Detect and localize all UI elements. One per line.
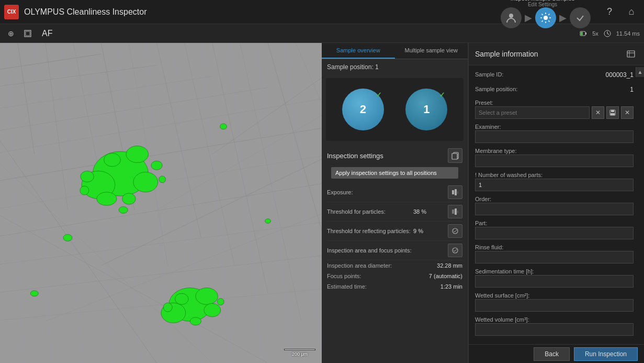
rinse-fluid-input[interactable] bbox=[475, 251, 634, 263]
svg-rect-78 bbox=[457, 191, 458, 194]
svg-point-68 bbox=[163, 303, 172, 312]
workflow-step-2[interactable] bbox=[535, 7, 556, 28]
svg-point-83 bbox=[453, 248, 458, 253]
zoom-in-button[interactable]: ⊕ bbox=[4, 27, 18, 40]
preset-save-button[interactable] bbox=[606, 106, 619, 119]
threshold-reflecting-button[interactable] bbox=[448, 224, 462, 238]
fit-view-button[interactable] bbox=[21, 27, 35, 40]
scroll-up-indicator[interactable]: ▲ bbox=[636, 67, 644, 77]
order-input[interactable] bbox=[475, 203, 634, 215]
svg-point-59 bbox=[81, 171, 94, 182]
sample-position-label: Sample position: bbox=[475, 86, 517, 92]
svg-point-73 bbox=[265, 219, 271, 224]
inspection-area-label: Inspection area and focus points: bbox=[327, 247, 413, 254]
back-button[interactable]: Back bbox=[534, 347, 570, 361]
wetted-volume-label: Wetted volume [cm³]: bbox=[475, 316, 529, 323]
exposure-settings-button[interactable] bbox=[448, 185, 462, 199]
svg-rect-89 bbox=[611, 113, 615, 115]
sample-circle-2[interactable]: 2 ✓ bbox=[342, 89, 384, 130]
preset-input[interactable] bbox=[475, 106, 590, 119]
svg-rect-79 bbox=[452, 210, 454, 214]
estimated-time-label: Estimated time: bbox=[327, 283, 440, 290]
svg-point-0 bbox=[509, 14, 513, 18]
preset-clear-button[interactable]: ✕ bbox=[592, 106, 604, 119]
workflow-steps: ▶ ▶ bbox=[501, 7, 591, 28]
battery-icon bbox=[580, 30, 587, 37]
sedimentation-label: Sedimentation time [h]: bbox=[475, 268, 534, 274]
svg-rect-5 bbox=[585, 32, 586, 35]
washed-parts-input[interactable] bbox=[475, 179, 634, 191]
workflow-step-3[interactable] bbox=[570, 7, 591, 28]
estimated-time-value: 1:23 min bbox=[440, 283, 462, 290]
sample-circle-1-wrapper: 1 ✓ bbox=[405, 89, 447, 130]
focus-points-row: Focus points: 7 (automatic) bbox=[327, 271, 462, 281]
help-button[interactable]: ? bbox=[601, 4, 618, 20]
part-input[interactable] bbox=[475, 227, 634, 239]
exposure-label: Exposure: bbox=[327, 189, 413, 195]
run-inspection-button[interactable]: Run Inspection bbox=[574, 347, 638, 361]
wetted-volume-input[interactable] bbox=[475, 323, 634, 336]
home-button[interactable]: ⌂ bbox=[623, 4, 640, 20]
clock-icon bbox=[604, 30, 611, 37]
focus-points-value: 7 (automatic) bbox=[429, 273, 462, 279]
sample-info-body: Sample ID: 000003_1 Sample position: 1 P… bbox=[469, 65, 644, 344]
order-label: Order: bbox=[475, 196, 491, 202]
threshold-reflecting-row: Threshold for reflecting particles: 9 % bbox=[327, 222, 462, 241]
microscope-image bbox=[0, 43, 322, 363]
preset-delete-button[interactable]: ✕ bbox=[621, 106, 634, 119]
af-mode-label: AF bbox=[42, 29, 52, 38]
export-info-button[interactable] bbox=[624, 47, 638, 61]
wetted-surface-input[interactable] bbox=[475, 299, 634, 312]
washed-parts-field: ! Number of washed parts: bbox=[475, 171, 634, 191]
rinse-fluid-label: Rinse fluid: bbox=[475, 244, 503, 250]
diameter-label: Inspection area diameter: bbox=[327, 262, 437, 269]
sedimentation-input[interactable] bbox=[475, 275, 634, 288]
wetted-surface-field: Wetted surface [cm²]: bbox=[475, 292, 634, 312]
wetted-volume-field: Wetted volume [cm³]: bbox=[475, 316, 634, 336]
copy-settings-button[interactable] bbox=[448, 148, 462, 163]
exposure-time: 11.54 ms bbox=[616, 30, 640, 37]
inspection-area-button[interactable] bbox=[448, 244, 462, 257]
membrane-type-input[interactable] bbox=[475, 155, 634, 167]
svg-point-55 bbox=[104, 153, 121, 167]
app-logo: CIX bbox=[4, 5, 19, 19]
workflow-step-1[interactable] bbox=[501, 7, 522, 28]
scale-bar: 200 μm bbox=[284, 349, 315, 357]
diameter-value: 32.28 mm bbox=[437, 262, 462, 269]
svg-point-74 bbox=[30, 291, 38, 296]
examiner-label: Examiner: bbox=[475, 124, 501, 130]
inspection-settings-header: Inspection settings bbox=[327, 148, 462, 163]
svg-point-56 bbox=[97, 192, 117, 206]
topbar: CIX OLYMPUS Cleanliness Inspector Inspec… bbox=[0, 0, 644, 24]
svg-rect-77 bbox=[455, 189, 457, 195]
threshold-particles-row: Threshold for particles: 38 % bbox=[327, 202, 462, 222]
sample-id-value: 000003_1 bbox=[606, 71, 634, 79]
sample-circle-1[interactable]: 1 ✓ bbox=[405, 89, 447, 130]
app-title: OLYMPUS Cleanliness Inspector bbox=[24, 7, 501, 17]
toolbar-tools: ⊕ AF bbox=[4, 27, 52, 40]
exposure-value: 5x bbox=[592, 30, 598, 37]
tab-multiple-sample[interactable]: Multiple sample view bbox=[395, 43, 468, 59]
svg-rect-6 bbox=[581, 32, 583, 35]
toolbar-right: 5x 11.54 ms bbox=[580, 30, 640, 37]
sample-position-value: 1 bbox=[630, 86, 634, 93]
sample-1-check: ✓ bbox=[439, 91, 445, 99]
svg-rect-80 bbox=[455, 208, 457, 215]
threshold-particles-button[interactable] bbox=[448, 205, 462, 218]
sample-tabs: Sample overview Multiple sample view bbox=[322, 43, 468, 59]
examiner-field: Examiner: bbox=[475, 123, 634, 143]
workflow-area: Inspect Multiple Samples Edit Settings ▶… bbox=[501, 0, 591, 28]
examiner-input[interactable] bbox=[475, 130, 634, 143]
tab-sample-overview[interactable]: Sample overview bbox=[322, 43, 395, 59]
svg-point-72 bbox=[220, 124, 227, 129]
part-field: Part: bbox=[475, 219, 634, 239]
svg-point-61 bbox=[159, 176, 166, 183]
svg-point-54 bbox=[133, 172, 158, 192]
diameter-row: Inspection area diameter: 32.28 mm bbox=[327, 260, 462, 271]
svg-rect-3 bbox=[26, 31, 30, 36]
svg-point-70 bbox=[190, 317, 201, 325]
inspection-area-row: Inspection area and focus points: bbox=[327, 241, 462, 260]
threshold-particles-label: Threshold for particles: bbox=[327, 208, 413, 215]
svg-point-82 bbox=[453, 228, 458, 234]
sample-circles-container: 2 ✓ 1 ✓ bbox=[326, 78, 464, 141]
